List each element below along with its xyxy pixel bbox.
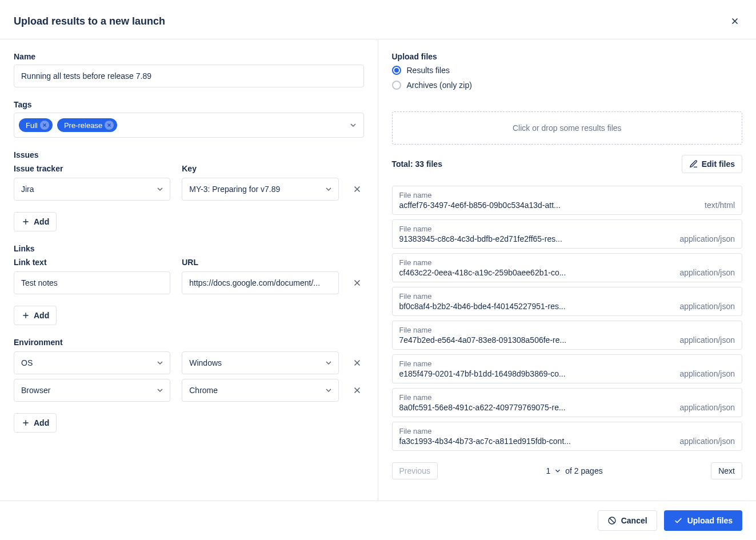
file-row[interactable]: File namee185f479-0201-47bf-b1dd-16498d9… — [392, 354, 743, 383]
cancel-icon — [607, 516, 617, 525]
tag-pill: Pre-release — [57, 118, 117, 132]
file-row[interactable]: File name8a0fc591-56e8-491c-a622-4097797… — [392, 388, 743, 417]
radio-archives-label: Archives (only zip) — [407, 81, 472, 90]
radio-archives[interactable]: Archives (only zip) — [392, 81, 743, 90]
link-text-input[interactable] — [14, 271, 170, 294]
drop-zone[interactable]: Click or drop some results files — [392, 111, 743, 145]
tag-label: Full — [26, 121, 38, 130]
add-env-label: Add — [34, 418, 49, 427]
file-name-label: File name — [399, 258, 566, 267]
file-name-label: File name — [399, 326, 567, 334]
tags-input[interactable]: FullPre-release — [14, 113, 364, 138]
check-icon — [674, 516, 683, 525]
radio-results-files[interactable]: Results files — [392, 66, 743, 75]
file-row[interactable]: File namebf0c8af4-b2b2-4b46-bde4-f401452… — [392, 287, 743, 316]
link-remove-button[interactable] — [350, 271, 364, 294]
file-name-label: File name — [399, 191, 561, 199]
add-link-label: Add — [34, 311, 49, 320]
env-remove-button[interactable] — [350, 351, 364, 374]
pager-of-pages: of 2 pages — [565, 466, 602, 475]
edit-files-label: Edit files — [702, 159, 735, 169]
close-icon — [352, 358, 362, 368]
pager-next-button[interactable]: Next — [711, 462, 742, 479]
upload-files-button[interactable]: Upload files — [664, 510, 742, 531]
upload-files-label: Upload files — [687, 516, 733, 525]
file-type: application/json — [679, 369, 735, 378]
add-issue-label: Add — [34, 217, 49, 226]
env-key-select[interactable]: OS — [14, 351, 170, 374]
file-row[interactable]: File name91383945-c8c8-4c3d-bdfb-e2d71fe… — [392, 219, 743, 249]
issues-title: Issues — [14, 150, 364, 159]
file-type: application/json — [679, 403, 735, 412]
close-icon — [352, 184, 362, 194]
file-type: text/html — [705, 201, 735, 210]
file-type: application/json — [679, 268, 735, 277]
issue-tracker-select[interactable]: Jira — [14, 178, 170, 201]
pager-current-page[interactable]: 1 — [546, 466, 550, 475]
link-url-input[interactable] — [182, 271, 338, 294]
env-remove-button[interactable] — [350, 379, 364, 402]
file-type: application/json — [679, 437, 735, 446]
close-icon — [352, 385, 362, 395]
env-value-select[interactable]: Windows — [182, 351, 338, 374]
chevron-down-icon — [554, 467, 562, 475]
tag-pill: Full — [19, 118, 53, 132]
radio-unchecked-icon — [392, 81, 401, 90]
chevron-down-icon — [349, 121, 358, 130]
file-name-value: 91383945-c8c8-4c3d-bdfb-e2d71fe2ff65-res… — [399, 234, 562, 243]
file-row[interactable]: File namecf463c22-0eea-418c-a19c-259b0ae… — [392, 253, 743, 282]
issue-tracker-label: Issue tracker — [14, 164, 170, 173]
total-files-label: Total: 33 files — [392, 159, 442, 169]
links-title: Links — [14, 244, 364, 253]
file-row[interactable]: File name7e47b2ed-e564-4a07-83e8-091308a… — [392, 321, 743, 350]
close-icon — [730, 16, 740, 26]
tag-label: Pre-release — [64, 121, 102, 130]
add-issue-button[interactable]: Add — [14, 212, 57, 231]
plus-icon — [21, 311, 30, 320]
edit-files-button[interactable]: Edit files — [682, 155, 742, 173]
file-name-label: File name — [399, 225, 562, 233]
cancel-label: Cancel — [621, 516, 647, 525]
plus-icon — [21, 418, 30, 427]
file-type: application/json — [679, 335, 735, 345]
environment-title: Environment — [14, 338, 364, 347]
file-name-value: 8a0fc591-56e8-491c-a622-409779769075-re.… — [399, 403, 566, 412]
env-value-select[interactable]: Chrome — [182, 379, 338, 402]
link-text-label: Link text — [14, 258, 170, 267]
file-name-label: File name — [399, 393, 566, 402]
link-url-label: URL — [182, 258, 338, 267]
issue-key-select[interactable]: MY-3: Preparing for v7.89 — [182, 178, 338, 201]
file-name-value: cf463c22-0eea-418c-a19c-259b0aee62b1-co.… — [399, 268, 566, 277]
file-name-value: bf0c8af4-b2b2-4b46-bde4-f40145227951-res… — [399, 302, 566, 311]
tags-label: Tags — [14, 100, 364, 109]
issue-key-label: Key — [182, 164, 338, 173]
pencil-icon — [689, 159, 698, 169]
name-label: Name — [14, 52, 364, 61]
issue-remove-button[interactable] — [350, 178, 364, 201]
file-name-label: File name — [399, 359, 566, 368]
name-input[interactable] — [14, 65, 364, 87]
radio-checked-icon — [392, 66, 401, 75]
cancel-button[interactable]: Cancel — [598, 510, 657, 531]
file-row[interactable]: File nameacffef76-3497-4e6f-b856-09b0c53… — [392, 186, 743, 215]
close-button[interactable] — [727, 14, 742, 29]
add-env-button[interactable]: Add — [14, 413, 57, 433]
file-type: application/json — [679, 234, 735, 243]
file-name-label: File name — [399, 292, 566, 301]
file-type: application/json — [679, 302, 735, 311]
pager-previous-button[interactable]: Previous — [392, 462, 438, 479]
plus-icon — [21, 217, 30, 226]
modal-title: Upload results to a new launch — [14, 15, 165, 27]
file-row[interactable]: File namefa3c1993-4b34-4b73-ac7c-a811ed9… — [392, 422, 743, 451]
radio-results-label: Results files — [407, 66, 450, 75]
upload-title: Upload files — [392, 52, 743, 61]
add-link-button[interactable]: Add — [14, 306, 57, 325]
env-key-select[interactable]: Browser — [14, 379, 170, 402]
file-name-value: 7e47b2ed-e564-4a07-83e8-091308a506fe-re.… — [399, 335, 567, 345]
tag-remove-icon[interactable] — [105, 121, 114, 130]
file-name-label: File name — [399, 427, 571, 435]
tag-remove-icon[interactable] — [40, 121, 49, 130]
file-name-value: fa3c1993-4b34-4b73-ac7c-a811ed915fdb-con… — [399, 437, 571, 446]
file-name-value: e185f479-0201-47bf-b1dd-16498d9b3869-co.… — [399, 369, 566, 378]
close-icon — [352, 278, 362, 288]
